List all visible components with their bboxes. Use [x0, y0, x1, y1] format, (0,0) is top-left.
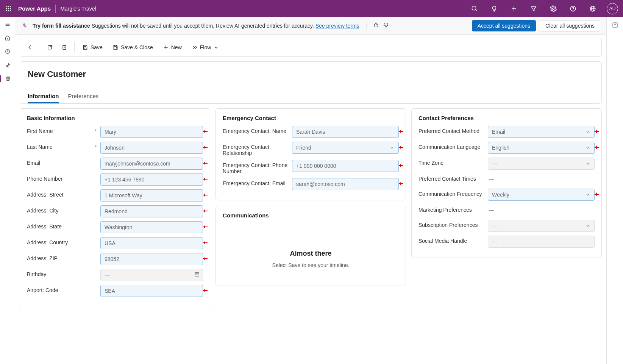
- user-avatar[interactable]: AU: [605, 1, 620, 16]
- svg-point-36: [198, 274, 198, 275]
- field-zip: Address: ZIP: [27, 253, 203, 265]
- help-icon[interactable]: [565, 1, 581, 16]
- svg-point-5: [10, 8, 11, 9]
- timezone-select[interactable]: ---: [488, 158, 595, 170]
- suggestion-arrow-icon: [203, 288, 210, 293]
- suggestion-arrow-icon: [595, 129, 601, 134]
- field-first-name: First Name *: [27, 126, 203, 138]
- recent-icon[interactable]: [4, 48, 11, 55]
- pin-icon[interactable]: [4, 62, 11, 69]
- field-ec-relationship: Emergency Contact: Relationship Friend: [223, 142, 399, 156]
- chevron-down-icon: [213, 44, 219, 50]
- suggestion-arrow-icon: [203, 240, 210, 245]
- home-icon[interactable]: [4, 34, 11, 41]
- subscription-select[interactable]: ---: [488, 220, 595, 232]
- frequency-select[interactable]: Weekly: [488, 189, 595, 201]
- left-nav-rail: [0, 17, 15, 364]
- state-input[interactable]: [100, 221, 203, 233]
- suggestion-arrow-icon: [203, 224, 210, 230]
- thumbs-down-icon[interactable]: [383, 22, 389, 30]
- suggestion-arrow-icon: [595, 192, 601, 197]
- suggestion-banner: Try form fill assistance Suggestions wil…: [15, 17, 606, 35]
- ec-phone-input[interactable]: [292, 160, 399, 172]
- country-input[interactable]: [100, 237, 203, 249]
- field-subscription: Subscription Preferences ---: [418, 220, 595, 232]
- banner-link[interactable]: See preview terms: [315, 23, 359, 29]
- pref-method-select[interactable]: Email: [488, 126, 595, 138]
- lightbulb-icon[interactable]: [487, 1, 502, 16]
- copilot-pane-icon[interactable]: [612, 22, 618, 30]
- form-tabs: Information Preferences: [28, 90, 594, 103]
- calendar-icon[interactable]: [194, 271, 200, 279]
- social-input[interactable]: [488, 236, 595, 248]
- email-input[interactable]: [100, 158, 203, 170]
- section-emergency-contact: Emergency Contact Emergency Contact: Nam…: [215, 108, 406, 200]
- save-button[interactable]: Save: [78, 42, 106, 53]
- settings-icon[interactable]: [546, 1, 561, 16]
- hamburger-icon[interactable]: [4, 21, 11, 28]
- suggestion-arrow-icon: [399, 129, 406, 134]
- chevron-down-icon: [389, 145, 395, 150]
- city-input[interactable]: [100, 205, 203, 217]
- field-city: Address: City: [27, 205, 203, 217]
- field-phone: Phone Number: [27, 173, 203, 186]
- accept-all-button[interactable]: Accept all suggestions: [472, 20, 536, 31]
- svg-point-9: [472, 6, 476, 10]
- suggestion-arrow-icon: [203, 256, 210, 261]
- chevron-down-icon: [585, 129, 590, 134]
- suggestion-arrow-icon: [203, 192, 210, 198]
- avatar-initials: AU: [607, 3, 618, 14]
- tab-preferences[interactable]: Preferences: [68, 90, 99, 103]
- add-icon[interactable]: [506, 1, 522, 16]
- section-title: Contact Preferences: [418, 115, 595, 121]
- street-input[interactable]: [100, 189, 203, 202]
- section-basic-info: Basic Information First Name * Last Name…: [20, 108, 210, 307]
- filter-icon[interactable]: [526, 1, 541, 16]
- birthday-input[interactable]: [100, 269, 203, 281]
- marketing-value[interactable]: ---: [488, 205, 595, 216]
- field-frequency: Communication Frequency Weekly: [418, 189, 595, 201]
- thumbs-up-icon[interactable]: [373, 22, 379, 30]
- field-pref-method: Preferred Contact Method Email: [418, 126, 595, 138]
- copilot-icon: [21, 22, 29, 30]
- svg-point-1: [8, 6, 9, 7]
- last-name-input[interactable]: [100, 142, 203, 154]
- active-nav-item[interactable]: [0, 75, 15, 82]
- ec-email-input[interactable]: [292, 178, 399, 190]
- field-state: Address: State: [27, 221, 203, 233]
- topbar-divider: [55, 5, 56, 13]
- phone-input[interactable]: [100, 173, 203, 186]
- airport-input[interactable]: [100, 285, 203, 297]
- first-name-input[interactable]: [100, 126, 203, 138]
- ec-name-input[interactable]: [292, 126, 399, 138]
- field-social: Social Media Handle: [418, 236, 595, 248]
- app-launcher-icon[interactable]: [3, 3, 14, 14]
- section-communications: Communications Almost there Select Save …: [215, 206, 406, 286]
- zip-input[interactable]: [100, 253, 203, 265]
- tab-information[interactable]: Information: [28, 90, 59, 103]
- save-close-label: Save & Close: [121, 44, 153, 50]
- banner-text: Try form fill assistance Suggestions wil…: [33, 23, 359, 29]
- search-icon[interactable]: [467, 1, 482, 16]
- flow-button[interactable]: Flow: [188, 42, 223, 53]
- globe-icon: [5, 75, 11, 82]
- back-button[interactable]: [24, 42, 36, 53]
- field-ec-email: Emergency Contact: Email: [223, 178, 399, 190]
- ec-relationship-select[interactable]: Friend: [292, 142, 399, 154]
- language-select[interactable]: English: [488, 142, 595, 154]
- app-name-label: Margie's Travel: [60, 6, 96, 12]
- save-close-button[interactable]: Save & Close: [109, 42, 157, 53]
- link-icon[interactable]: [585, 1, 600, 16]
- field-marketing: Marketing Preferences ---: [418, 205, 595, 216]
- chevron-down-icon: [585, 145, 590, 150]
- assign-icon[interactable]: [58, 42, 70, 53]
- field-birthday: Birthday: [27, 269, 203, 281]
- new-button[interactable]: New: [159, 42, 186, 53]
- open-record-icon[interactable]: [44, 42, 56, 53]
- pref-times-value[interactable]: ---: [488, 173, 595, 185]
- svg-point-2: [10, 6, 11, 7]
- svg-point-0: [6, 6, 7, 7]
- svg-point-15: [573, 10, 573, 10]
- clear-all-button[interactable]: Clear all suggestions: [540, 20, 600, 31]
- banner-title: Try form fill assistance: [33, 23, 90, 29]
